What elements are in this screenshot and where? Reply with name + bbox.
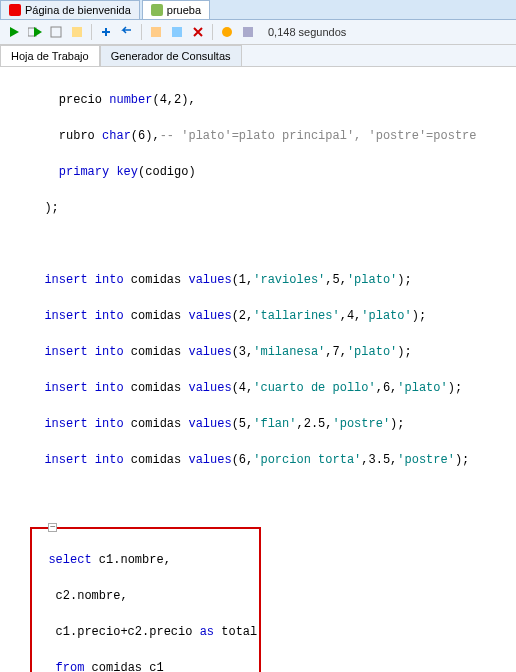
owa-button[interactable] [239,23,257,41]
svg-marker-2 [10,27,19,37]
separator [212,24,213,40]
run-button[interactable] [5,23,23,41]
tab-query-builder[interactable]: Generador de Consultas [100,45,242,66]
svg-rect-5 [51,27,61,37]
unshared-button[interactable] [147,23,165,41]
svg-rect-6 [72,27,82,37]
oracle-icon [9,4,21,16]
svg-rect-0 [9,4,21,16]
tab-label: Página de bienvenida [25,4,131,16]
sub-tabs: Hoja de Trabajo Generador de Consultas [0,45,516,67]
clear-button[interactable] [189,23,207,41]
run-script-button[interactable] [26,23,44,41]
dbms-button[interactable] [218,23,236,41]
svg-marker-4 [34,27,42,37]
explain-button[interactable] [47,23,65,41]
top-tabs: Página de bienvenida prueba [0,0,516,20]
separator [141,24,142,40]
nav-button[interactable] [168,23,186,41]
sql-editor[interactable]: precio number(4,2), rubro char(6),-- 'pl… [0,67,516,672]
svg-rect-1 [151,4,163,16]
autotrace-button[interactable] [68,23,86,41]
main-toolbar: 0,148 segundos [0,20,516,45]
tab-prueba[interactable]: prueba [142,0,210,19]
rollback-button[interactable] [118,23,136,41]
commit-button[interactable] [97,23,115,41]
separator [91,24,92,40]
tab-worksheet[interactable]: Hoja de Trabajo [0,45,100,66]
svg-rect-10 [243,27,253,37]
svg-rect-7 [151,27,161,37]
tab-label: prueba [167,4,201,16]
tab-welcome[interactable]: Página de bienvenida [0,0,140,19]
svg-rect-8 [172,27,182,37]
highlighted-query: select c1.nombre, c2.nombre, c1.precio+c… [30,527,261,672]
sql-icon [151,4,163,16]
fold-icon[interactable]: − [48,523,57,532]
svg-point-9 [222,27,232,37]
elapsed-time: 0,148 segundos [268,26,346,38]
